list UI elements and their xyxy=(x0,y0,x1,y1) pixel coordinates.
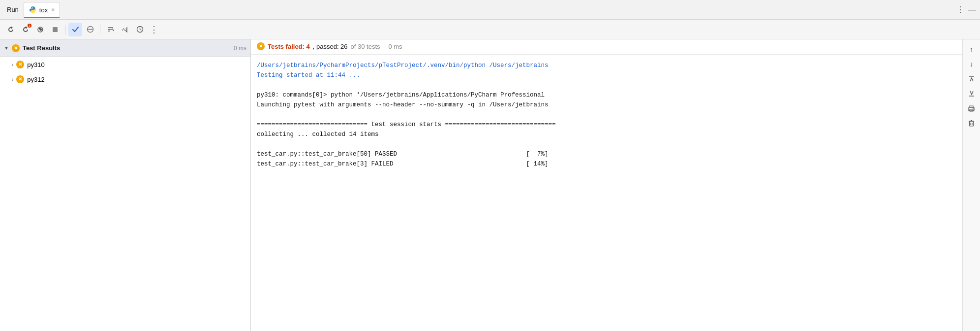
scroll-to-top-button[interactable] xyxy=(966,73,978,85)
delete-button[interactable] xyxy=(966,117,978,129)
output-line-9 xyxy=(257,139,956,149)
history-button[interactable] xyxy=(133,23,147,36)
scroll-bottom-icon xyxy=(968,90,975,97)
svg-point-14 xyxy=(973,108,974,109)
right-panel: ✕ Tests failed: 4 , passed: 26 of 30 tes… xyxy=(251,39,980,331)
output-line-5: Launching pytest with arguments --no-hea… xyxy=(257,100,956,110)
trash-icon xyxy=(968,120,975,127)
collapse-chevron[interactable]: ▼ xyxy=(4,45,9,51)
tab-label: tox xyxy=(39,6,48,14)
tox-tab[interactable]: tox × xyxy=(24,2,60,18)
tree-root-time: 0 ms xyxy=(234,45,246,52)
error-badge: ✕ xyxy=(12,44,20,52)
scroll-to-bottom-button[interactable] xyxy=(966,88,978,99)
py312-error-badge: ✕ xyxy=(16,75,24,83)
status-passed-label: , passed: 26 xyxy=(313,43,348,50)
tree-item-py312[interactable]: › ✕ py312 xyxy=(0,72,250,87)
scroll-up-button[interactable]: ↑ xyxy=(966,43,978,55)
output-line-6 xyxy=(257,110,956,120)
status-time-label: – 0 ms xyxy=(383,43,402,50)
stop-button[interactable] xyxy=(48,23,62,36)
tree-header-left: ▼ ✕ Test Results xyxy=(4,44,60,52)
filter-passed-button[interactable] xyxy=(68,23,82,36)
title-bar-right: ⋮ — xyxy=(956,5,976,14)
py310-label: py310 xyxy=(27,61,44,68)
run-label: Run xyxy=(4,6,22,13)
status-bar: ✕ Tests failed: 4 , passed: 26 of 30 tes… xyxy=(251,39,962,55)
output-area: /Users/jetbrains/PycharmProjects/pTestPr… xyxy=(251,55,962,331)
minimize-button[interactable]: — xyxy=(968,5,976,14)
print-icon xyxy=(968,105,975,112)
output-block: /Users/jetbrains/PycharmProjects/pTestPr… xyxy=(257,59,956,171)
stop-icon xyxy=(52,26,59,33)
sort-button[interactable] xyxy=(103,23,117,36)
output-line-7: ============================== test sess… xyxy=(257,120,956,130)
history-icon xyxy=(136,26,144,33)
sort-alpha-button[interactable]: Az xyxy=(118,23,132,36)
print-button[interactable] xyxy=(966,102,978,114)
py310-error-badge: ✕ xyxy=(16,61,24,68)
scroll-down-button[interactable]: ↓ xyxy=(966,58,978,70)
tree-root-label: Test Results xyxy=(23,44,60,52)
output-line-4: py310: commands[0]> python '/Users/jetbr… xyxy=(257,90,956,100)
side-actions: ↑ ↓ xyxy=(962,39,980,331)
svg-rect-16 xyxy=(970,121,974,126)
coverage-icon xyxy=(36,26,44,33)
output-line-8: collecting ... collected 14 items xyxy=(257,130,956,139)
rerun-button[interactable] xyxy=(4,23,18,36)
tree-header: ▼ ✕ Test Results 0 ms xyxy=(0,39,250,57)
check-icon xyxy=(72,26,79,33)
status-failed-label: Tests failed: 4 xyxy=(268,43,310,50)
sort-icon xyxy=(107,26,114,33)
toolbar: 1 xyxy=(0,20,980,39)
py310-chevron[interactable]: › xyxy=(12,62,13,67)
python-icon xyxy=(29,6,37,14)
title-bar: Run tox × ⋮ — xyxy=(0,0,980,20)
left-panel: ▼ ✕ Test Results 0 ms › ✕ py310 › ✕ py31… xyxy=(0,39,251,331)
ignore-icon xyxy=(87,26,94,33)
main-content: ▼ ✕ Test Results 0 ms › ✕ py310 › ✕ py31… xyxy=(0,39,980,331)
title-bar-left: Run tox × xyxy=(4,2,60,18)
tab-close-button[interactable]: × xyxy=(51,6,55,13)
status-error-badge: ✕ xyxy=(257,42,265,50)
sort-alpha-icon: Az xyxy=(122,26,129,33)
rerun-failed-button[interactable]: 1 xyxy=(19,23,32,36)
scroll-top-icon xyxy=(968,75,975,82)
toolbar-more-button[interactable]: ⋮ xyxy=(148,24,160,35)
output-line-2: Testing started at 11:44 ... xyxy=(257,70,956,80)
status-total-label: of 30 tests xyxy=(351,43,380,50)
run-coverage-button[interactable] xyxy=(33,23,47,36)
toolbar-separator-1 xyxy=(65,25,65,34)
filter-ignored-button[interactable] xyxy=(83,23,97,36)
py312-chevron[interactable]: › xyxy=(12,77,13,82)
output-line-1: /Users/jetbrains/PycharmProjects/pTestPr… xyxy=(257,61,956,70)
more-options-button[interactable]: ⋮ xyxy=(956,5,964,14)
svg-point-1 xyxy=(39,28,40,29)
failed-count-badge: 1 xyxy=(28,24,31,28)
output-line-10: test_car.py::test_car_brake[50] PASSED [… xyxy=(257,149,956,159)
tree-item-py310[interactable]: › ✕ py310 xyxy=(0,57,250,72)
output-line-11: test_car.py::test_car_brake[3] FAILED [ … xyxy=(257,159,956,169)
svg-rect-2 xyxy=(53,27,58,32)
py312-label: py312 xyxy=(27,76,44,83)
toolbar-separator-2 xyxy=(100,25,100,34)
rerun-icon xyxy=(7,26,15,33)
output-line-3 xyxy=(257,80,956,90)
